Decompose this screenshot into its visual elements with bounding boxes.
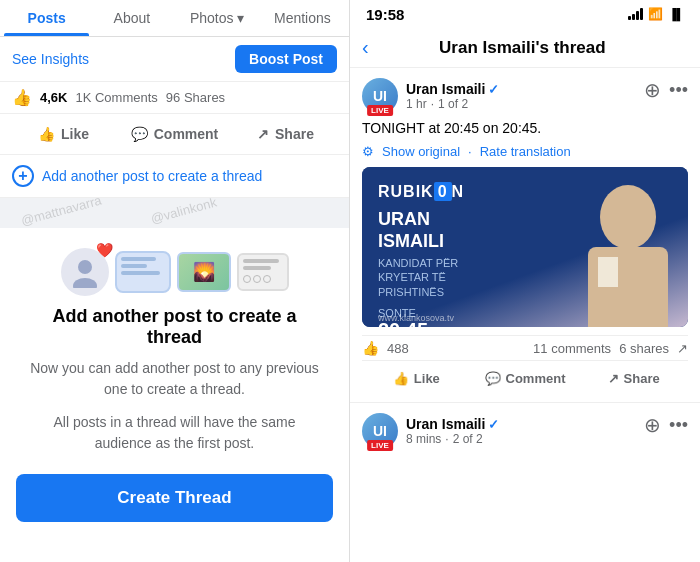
post-header-1: UI LIVE Uran Ismaili ✓ 1 hr · 1 of 2 — [362, 78, 688, 114]
like-reaction-icon: 👍 — [362, 340, 379, 356]
rate-translation-link[interactable]: Rate translation — [480, 144, 571, 159]
add-post-icon-2[interactable]: ⊕ — [644, 413, 661, 437]
post-user-info-1: UI LIVE Uran Ismaili ✓ 1 hr · 1 of 2 — [362, 78, 499, 114]
post-image-1: RUBIK0N URANISMAILI KANDIDAT PËRKRYETAR … — [362, 167, 688, 327]
post-shares-count: 6 shares — [619, 341, 669, 356]
post-image-website: www.klankosova.tv — [378, 313, 454, 323]
battery-icon: ▐▌ — [668, 8, 684, 20]
share-button[interactable]: ↗ Share — [230, 118, 341, 150]
post-username-2: Uran Ismaili ✓ — [406, 416, 499, 432]
comments-count: 1K Comments — [75, 90, 157, 105]
share-reaction-icon: ↗ — [677, 341, 688, 356]
post-options-1[interactable]: ••• — [669, 80, 688, 101]
illus-post-txt — [237, 253, 289, 291]
like-icon: 👍 — [38, 126, 55, 142]
thread-section-title: Add another post to create a thread — [24, 306, 325, 348]
boost-post-button[interactable]: Boost Post — [235, 45, 337, 73]
verified-icon-2: ✓ — [488, 417, 499, 432]
tab-posts[interactable]: Posts — [4, 0, 89, 36]
thumbs-up-icon: 👍 — [12, 88, 32, 107]
reactions-bar: 👍 4,6K 1K Comments 96 Shares — [0, 82, 349, 114]
comment-label: Comment — [154, 126, 219, 142]
back-button[interactable]: ‹ — [362, 36, 369, 59]
svg-point-1 — [73, 278, 97, 288]
post-like-label: Like — [414, 371, 440, 386]
add-thread-strip[interactable]: + Add another post to create a thread — [0, 155, 349, 198]
post-share-button[interactable]: ↗ Share — [579, 365, 688, 392]
globe-icon-1: · — [431, 97, 434, 111]
gear-icon: ⚙ — [362, 144, 374, 159]
illus-post-img: 🌄 — [177, 252, 231, 292]
thread-content-section: Add another post to create a thread Now … — [0, 306, 349, 466]
post-card-1: UI LIVE Uran Ismaili ✓ 1 hr · 1 of 2 — [350, 68, 700, 403]
thread-count-2: 2 of 2 — [453, 432, 483, 446]
right-scroll: UI LIVE Uran Ismaili ✓ 1 hr · 1 of 2 — [350, 68, 700, 562]
post-actions-1: 👍 Like 💬 Comment ↗ Share — [362, 365, 688, 392]
post-options-2[interactable]: ••• — [669, 415, 688, 436]
post-header-2: UI LIVE Uran Ismaili ✓ 8 mins · 2 of 2 — [362, 413, 688, 449]
post-reactions-1: 👍 488 11 comments 6 shares ↗ — [362, 335, 688, 361]
wifi-icon: 📶 — [648, 7, 663, 21]
post-reaction-count: 488 — [387, 341, 409, 356]
comment-icon: 💬 — [131, 126, 148, 142]
post-text-1: TONIGHT at 20:45 on 20:45. — [362, 120, 688, 136]
like-button[interactable]: 👍 Like — [8, 118, 119, 150]
comments-shares: 11 comments 6 shares ↗ — [533, 341, 688, 356]
rubikon-logo: RUBIK0N — [378, 183, 552, 201]
thread-header: ‹ Uran Ismaili's thread — [350, 28, 700, 68]
post-meta-2: Uran Ismaili ✓ 8 mins · 2 of 2 — [406, 416, 499, 446]
post-image-content: RUBIK0N URANISMAILI KANDIDAT PËRKRYETAR … — [362, 167, 688, 327]
avatar-wrap-2: UI LIVE — [362, 413, 398, 449]
post-meta-1: Uran Ismaili ✓ 1 hr · 1 of 2 — [406, 81, 499, 111]
see-insights-link[interactable]: See Insights — [12, 51, 89, 67]
post-comment-button[interactable]: 💬 Comment — [471, 365, 580, 392]
post-action-buttons: 👍 Like 💬 Comment ↗ Share — [0, 114, 349, 155]
translate-bar: ⚙ Show original · Rate translation — [362, 144, 688, 159]
watermark-text-2: @valinkonk — [149, 198, 218, 226]
tab-bar: Posts About Photos ▾ Mentions — [0, 0, 349, 37]
avatar-wrap-1: UI LIVE — [362, 78, 398, 114]
signal-icon — [628, 8, 643, 20]
watermark-text-1: @mattnavarra — [19, 198, 103, 228]
post-comment-label: Comment — [506, 371, 566, 386]
live-badge-2: LIVE — [367, 440, 393, 451]
illus-post-1 — [115, 251, 171, 293]
post-like-button[interactable]: 👍 Like — [362, 365, 471, 392]
post-time-1: 1 hr · 1 of 2 — [406, 97, 499, 111]
post-share-label: Share — [624, 371, 660, 386]
reactions-count: 4,6K — [40, 90, 67, 105]
left-panel: Posts About Photos ▾ Mentions See Insigh… — [0, 0, 350, 562]
verified-icon-1: ✓ — [488, 82, 499, 97]
insights-bar: See Insights Boost Post — [0, 37, 349, 82]
thread-illustration: ❤️ 🌄 — [0, 228, 349, 306]
post-like-icon: 👍 — [393, 371, 409, 386]
thread-desc-1: Now you can add another post to any prev… — [24, 358, 325, 400]
post-share-icon: ↗ — [608, 371, 619, 386]
post-image-left: RUBIK0N URANISMAILI KANDIDAT PËRKRYETAR … — [362, 167, 568, 327]
thread-count-1: 1 of 2 — [438, 97, 468, 111]
share-label: Share — [275, 126, 314, 142]
svg-point-0 — [78, 260, 92, 274]
create-thread-button[interactable]: Create Thread — [16, 474, 333, 522]
post-comment-icon: 💬 — [485, 371, 501, 386]
status-time: 19:58 — [366, 6, 404, 23]
status-bar: 19:58 📶 ▐▌ — [350, 0, 700, 28]
illustration-icons: ❤️ 🌄 — [61, 248, 289, 296]
status-icons: 📶 ▐▌ — [628, 7, 684, 21]
svg-point-2 — [600, 185, 656, 249]
show-original-link[interactable]: Show original — [382, 144, 460, 159]
tab-about[interactable]: About — [89, 0, 174, 36]
tab-photos[interactable]: Photos ▾ — [175, 0, 260, 36]
live-badge-1: LIVE — [367, 105, 393, 116]
post-time-2: 8 mins · 2 of 2 — [406, 432, 499, 446]
add-post-icon-1[interactable]: ⊕ — [644, 78, 661, 102]
right-panel: 19:58 📶 ▐▌ ‹ Uran Ismaili's thread UI — [350, 0, 700, 562]
post-comments-count: 11 comments — [533, 341, 611, 356]
heart-icon: ❤️ — [96, 242, 113, 258]
post-user-info-2: UI LIVE Uran Ismaili ✓ 8 mins · 2 of 2 — [362, 413, 499, 449]
rubikon-o: 0 — [434, 182, 452, 201]
thread-desc-2: All posts in a thread will have the same… — [24, 412, 325, 454]
tab-mentions[interactable]: Mentions — [260, 0, 345, 36]
svg-rect-4 — [598, 257, 618, 287]
comment-button[interactable]: 💬 Comment — [119, 118, 230, 150]
